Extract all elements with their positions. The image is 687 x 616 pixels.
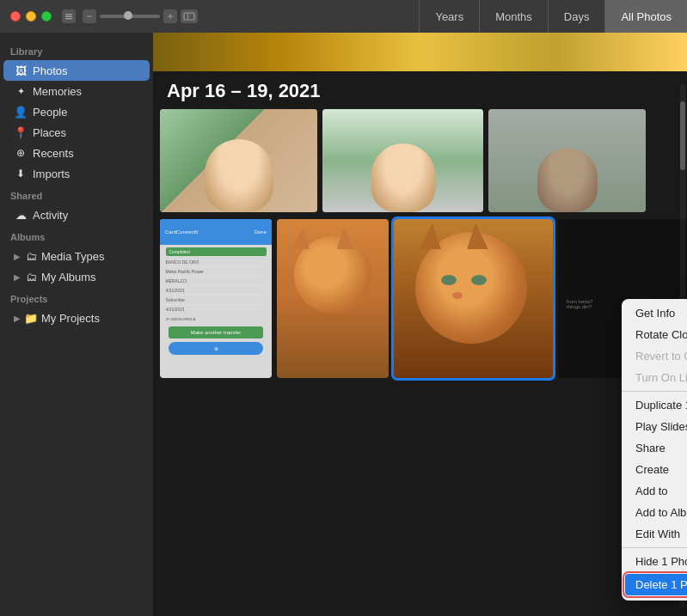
photos-grid: CardConnect0Done Completed BANCO DE ORO … <box>153 109 687 378</box>
activity-icon: ☁ <box>14 208 28 222</box>
svg-rect-7 <box>187 13 188 20</box>
photo-row-cats: CardConnect0Done Completed BANCO DE ORO … <box>160 219 680 378</box>
photo-thumb-baby-2[interactable] <box>322 109 483 212</box>
sidebar-item-my-albums-label: My Albums <box>41 271 96 284</box>
media-types-icon: 🗂 <box>24 249 38 263</box>
recents-icon: ⊕ <box>14 146 28 160</box>
albums-section-header: Albums <box>0 225 153 246</box>
sidebar: Library 🖼 Photos ✦ Memories 👤 People 📍 P… <box>0 33 153 616</box>
photo-thumb-baby-3[interactable] <box>488 109 646 212</box>
my-projects-icon: 📁 <box>24 311 38 325</box>
ctx-duplicate[interactable]: Duplicate 1 Photo <box>622 394 687 416</box>
ctx-delete-photo[interactable]: Delete 1 Photo <box>625 574 687 595</box>
titlebar: Years Months Days All Photos <box>0 0 687 33</box>
close-button[interactable] <box>10 11 21 21</box>
svg-rect-6 <box>184 13 194 20</box>
sidebar-toggle-button[interactable] <box>62 9 76 23</box>
photo-thumb-cat-1[interactable] <box>277 219 389 378</box>
my-albums-icon: 🗂 <box>24 270 38 284</box>
sidebar-item-recents-label: Recents <box>33 147 74 160</box>
ctx-play-slideshow[interactable]: Play Slideshow <box>622 416 687 437</box>
ctx-add-to-album[interactable]: Add to Album <box>622 502 687 523</box>
sidebar-item-people[interactable]: 👤 People <box>3 101 150 122</box>
svg-rect-1 <box>65 16 72 18</box>
memories-icon: ✦ <box>14 84 28 98</box>
ctx-hide-photo[interactable]: Hide 1 Photo <box>622 551 687 572</box>
ctx-share[interactable]: Share ▶ <box>622 437 687 459</box>
sidebar-item-photos[interactable]: 🖼 Photos <box>3 60 150 81</box>
projects-section-header: Projects <box>0 287 153 308</box>
ctx-turn-on-live-photo: Turn On Live Photo <box>622 367 687 388</box>
ctx-get-info[interactable]: Get Info <box>622 302 687 324</box>
sidebar-item-people-label: People <box>33 106 67 119</box>
photos-icon: 🖼 <box>14 64 28 77</box>
tab-days[interactable]: Days <box>548 0 605 33</box>
tab-months[interactable]: Months <box>479 0 548 33</box>
svg-rect-0 <box>65 14 72 15</box>
chevron-icon-2: ▶ <box>14 272 21 282</box>
svg-rect-3 <box>87 16 92 17</box>
date-header: Apr 16 – 19, 2021 <box>153 71 687 109</box>
tab-all-photos[interactable]: All Photos <box>604 0 687 33</box>
sidebar-item-my-projects-label: My Projects <box>41 312 100 325</box>
people-icon: 👤 <box>14 105 28 119</box>
titlebar-controls <box>62 9 76 23</box>
tab-years[interactable]: Years <box>419 0 479 33</box>
slider-thumb <box>124 11 132 20</box>
ctx-edit-with[interactable]: Edit With ▶ <box>622 523 687 545</box>
sidebar-item-places-label: Places <box>33 126 66 139</box>
sidebar-item-photos-label: Photos <box>33 64 67 77</box>
photo-thumb-screenshot[interactable]: CardConnect0Done Completed BANCO DE ORO … <box>160 219 272 378</box>
view-tabs: Years Months Days All Photos <box>419 0 687 33</box>
photo-thumb-baby-1[interactable] <box>160 109 317 212</box>
app-body: Library 🖼 Photos ✦ Memories 👤 People 📍 P… <box>0 33 687 616</box>
sidebar-item-recents[interactable]: ⊕ Recents <box>3 143 150 163</box>
photo-row-babies <box>160 109 680 212</box>
svg-rect-2 <box>65 18 72 20</box>
ctx-rotate-clockwise[interactable]: Rotate Clockwise <box>622 324 687 345</box>
sidebar-item-my-albums[interactable]: ▶ 🗂 My Albums <box>3 266 150 287</box>
zoom-out-button[interactable] <box>83 9 96 23</box>
ctx-add-to[interactable]: Add to ▶ <box>622 480 687 502</box>
zoom-in-button[interactable] <box>163 9 177 23</box>
ctx-separator-1 <box>622 391 687 392</box>
scrollbar-thumb[interactable] <box>680 101 685 170</box>
traffic-lights <box>0 11 52 21</box>
library-section-header: Library <box>0 40 153 60</box>
ctx-separator-2 <box>622 547 687 548</box>
minimize-button[interactable] <box>26 11 36 21</box>
sidebar-item-media-types[interactable]: ▶ 🗂 Media Types <box>3 246 150 266</box>
sidebar-item-media-types-label: Media Types <box>41 250 104 263</box>
chevron-icon: ▶ <box>14 252 21 261</box>
slider-track[interactable] <box>100 15 160 18</box>
maximize-button[interactable] <box>41 11 52 21</box>
ctx-revert-original: Revert to Original <box>622 345 687 367</box>
sidebar-item-imports[interactable]: ⬇ Imports <box>3 163 150 184</box>
sidebar-item-memories[interactable]: ✦ Memories <box>3 81 150 101</box>
sidebar-item-my-projects[interactable]: ▶ 📁 My Projects <box>3 308 150 328</box>
ctx-create[interactable]: Create ▶ <box>622 459 687 480</box>
fullscreen-button[interactable] <box>181 9 198 23</box>
sidebar-item-imports-label: Imports <box>33 168 70 180</box>
chevron-icon-3: ▶ <box>14 314 21 323</box>
photo-thumb-cat-2[interactable] <box>394 219 553 378</box>
top-strip-photo[interactable] <box>153 33 687 71</box>
svg-rect-5 <box>170 14 171 19</box>
zoom-slider[interactable] <box>83 9 198 23</box>
shared-section-header: Shared <box>0 184 153 204</box>
sidebar-item-activity[interactable]: ☁ Activity <box>3 204 150 225</box>
main-area: Apr 16 – 19, 2021 <box>153 33 687 616</box>
sidebar-item-activity-label: Activity <box>33 209 68 222</box>
sidebar-item-places[interactable]: 📍 Places <box>3 122 150 143</box>
imports-icon: ⬇ <box>14 167 28 180</box>
context-menu: Get Info Rotate Clockwise Revert to Orig… <box>622 299 687 601</box>
places-icon: 📍 <box>14 125 28 139</box>
sidebar-item-memories-label: Memories <box>33 85 82 98</box>
